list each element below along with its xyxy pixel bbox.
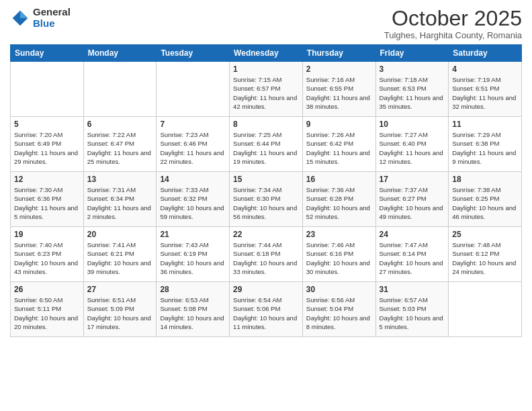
day-info: Sunrise: 6:56 AMSunset: 5:04 PMDaylight:… — [306, 295, 372, 331]
day-info: Sunrise: 7:27 AMSunset: 6:40 PMDaylight:… — [380, 130, 445, 166]
day-info: Sunrise: 7:31 AMSunset: 6:34 PMDaylight:… — [87, 185, 153, 221]
day-cell: 14Sunrise: 7:33 AMSunset: 6:32 PMDayligh… — [157, 172, 230, 227]
logo: General Blue — [10, 7, 71, 29]
day-cell — [83, 62, 157, 117]
day-cell: 5Sunrise: 7:20 AMSunset: 6:49 PMDaylight… — [11, 117, 84, 172]
day-cell: 23Sunrise: 7:46 AMSunset: 6:16 PMDayligh… — [302, 227, 375, 282]
day-cell: 10Sunrise: 7:27 AMSunset: 6:40 PMDayligh… — [375, 117, 449, 172]
calendar-body: 1Sunrise: 7:15 AMSunset: 6:57 PMDaylight… — [11, 62, 522, 337]
day-cell: 7Sunrise: 7:23 AMSunset: 6:46 PMDaylight… — [157, 117, 230, 172]
day-cell: 20Sunrise: 7:41 AMSunset: 6:21 PMDayligh… — [83, 227, 157, 282]
day-cell: 1Sunrise: 7:15 AMSunset: 6:57 PMDaylight… — [230, 62, 303, 117]
day-header-friday: Friday — [375, 45, 449, 62]
day-number: 5 — [14, 120, 80, 129]
day-number: 1 — [233, 64, 299, 74]
day-cell: 8Sunrise: 7:25 AMSunset: 6:44 PMDaylight… — [230, 117, 303, 172]
day-info: Sunrise: 6:57 AMSunset: 5:03 PMDaylight:… — [380, 295, 445, 331]
day-info: Sunrise: 7:19 AMSunset: 6:51 PMDaylight:… — [452, 75, 518, 111]
day-info: Sunrise: 7:18 AMSunset: 6:53 PMDaylight:… — [380, 75, 445, 111]
day-number: 27 — [87, 285, 153, 294]
day-header-monday: Monday — [83, 45, 157, 62]
day-info: Sunrise: 7:16 AMSunset: 6:55 PMDaylight:… — [306, 75, 372, 111]
day-cell: 11Sunrise: 7:29 AMSunset: 6:38 PMDayligh… — [449, 117, 522, 172]
day-number: 21 — [160, 230, 226, 239]
day-cell: 13Sunrise: 7:31 AMSunset: 6:34 PMDayligh… — [83, 172, 157, 227]
day-header-saturday: Saturday — [449, 45, 522, 62]
day-info: Sunrise: 7:26 AMSunset: 6:42 PMDaylight:… — [306, 130, 372, 166]
day-number: 12 — [14, 175, 80, 184]
day-number: 4 — [452, 64, 518, 74]
month-title: October 2025 — [384, 7, 522, 30]
day-cell: 25Sunrise: 7:48 AMSunset: 6:12 PMDayligh… — [449, 227, 522, 282]
week-row-1: 1Sunrise: 7:15 AMSunset: 6:57 PMDaylight… — [11, 62, 522, 117]
day-info: Sunrise: 7:44 AMSunset: 6:18 PMDaylight:… — [233, 240, 299, 276]
day-header-wednesday: Wednesday — [230, 45, 303, 62]
week-row-4: 19Sunrise: 7:40 AMSunset: 6:23 PMDayligh… — [11, 227, 522, 282]
location-subtitle: Tulghes, Harghita County, Romania — [384, 30, 522, 40]
page-container: General Blue October 2025 Tulghes, Hargh… — [0, 0, 532, 411]
day-cell: 26Sunrise: 6:50 AMSunset: 5:11 PMDayligh… — [11, 282, 84, 337]
day-cell: 16Sunrise: 7:36 AMSunset: 6:28 PMDayligh… — [302, 172, 375, 227]
calendar-header: SundayMondayTuesdayWednesdayThursdayFrid… — [11, 45, 522, 62]
logo-general-text: General — [33, 7, 71, 18]
day-cell — [157, 62, 230, 117]
title-block: October 2025 Tulghes, Harghita County, R… — [384, 7, 522, 40]
day-header-tuesday: Tuesday — [157, 45, 230, 62]
day-number: 9 — [306, 120, 372, 129]
logo-blue-text: Blue — [33, 18, 71, 30]
day-info: Sunrise: 7:30 AMSunset: 6:36 PMDaylight:… — [14, 185, 80, 221]
day-number: 7 — [160, 120, 226, 129]
day-header-thursday: Thursday — [302, 45, 375, 62]
day-number: 22 — [233, 230, 299, 239]
day-info: Sunrise: 7:23 AMSunset: 6:46 PMDaylight:… — [160, 130, 226, 166]
day-info: Sunrise: 7:22 AMSunset: 6:47 PMDaylight:… — [87, 130, 153, 166]
week-row-5: 26Sunrise: 6:50 AMSunset: 5:11 PMDayligh… — [11, 282, 522, 337]
day-number: 26 — [14, 285, 80, 294]
day-info: Sunrise: 7:36 AMSunset: 6:28 PMDaylight:… — [306, 185, 372, 221]
day-info: Sunrise: 7:47 AMSunset: 6:14 PMDaylight:… — [380, 240, 445, 276]
day-number: 20 — [87, 230, 153, 239]
day-cell: 19Sunrise: 7:40 AMSunset: 6:23 PMDayligh… — [11, 227, 84, 282]
day-cell: 24Sunrise: 7:47 AMSunset: 6:14 PMDayligh… — [375, 227, 449, 282]
day-number: 10 — [380, 120, 445, 129]
day-number: 6 — [87, 120, 153, 129]
logo-icon — [10, 8, 30, 28]
day-info: Sunrise: 7:38 AMSunset: 6:25 PMDaylight:… — [452, 185, 518, 221]
day-number: 3 — [380, 64, 445, 74]
day-info: Sunrise: 7:29 AMSunset: 6:38 PMDaylight:… — [452, 130, 518, 166]
day-cell — [11, 62, 84, 117]
week-row-3: 12Sunrise: 7:30 AMSunset: 6:36 PMDayligh… — [11, 172, 522, 227]
day-number: 30 — [306, 285, 372, 294]
day-cell: 15Sunrise: 7:34 AMSunset: 6:30 PMDayligh… — [230, 172, 303, 227]
day-number: 28 — [160, 285, 226, 294]
day-info: Sunrise: 7:40 AMSunset: 6:23 PMDaylight:… — [14, 240, 80, 276]
day-number: 8 — [233, 120, 299, 129]
day-number: 18 — [452, 175, 518, 184]
header-row: SundayMondayTuesdayWednesdayThursdayFrid… — [11, 45, 522, 62]
day-number: 25 — [452, 230, 518, 239]
logo-text: General Blue — [33, 7, 71, 29]
day-cell: 21Sunrise: 7:43 AMSunset: 6:19 PMDayligh… — [157, 227, 230, 282]
header: General Blue October 2025 Tulghes, Hargh… — [10, 7, 522, 40]
day-cell — [449, 282, 522, 337]
day-cell: 18Sunrise: 7:38 AMSunset: 6:25 PMDayligh… — [449, 172, 522, 227]
day-number: 11 — [452, 120, 518, 129]
day-info: Sunrise: 6:50 AMSunset: 5:11 PMDaylight:… — [14, 295, 80, 331]
day-info: Sunrise: 7:41 AMSunset: 6:21 PMDaylight:… — [87, 240, 153, 276]
day-number: 16 — [306, 175, 372, 184]
day-info: Sunrise: 6:53 AMSunset: 5:08 PMDaylight:… — [160, 295, 226, 331]
day-cell: 28Sunrise: 6:53 AMSunset: 5:08 PMDayligh… — [157, 282, 230, 337]
day-cell: 3Sunrise: 7:18 AMSunset: 6:53 PMDaylight… — [375, 62, 449, 117]
day-cell: 4Sunrise: 7:19 AMSunset: 6:51 PMDaylight… — [449, 62, 522, 117]
day-number: 31 — [380, 285, 445, 294]
day-number: 13 — [87, 175, 153, 184]
day-number: 23 — [306, 230, 372, 239]
day-cell: 22Sunrise: 7:44 AMSunset: 6:18 PMDayligh… — [230, 227, 303, 282]
day-cell: 17Sunrise: 7:37 AMSunset: 6:27 PMDayligh… — [375, 172, 449, 227]
day-info: Sunrise: 7:20 AMSunset: 6:49 PMDaylight:… — [14, 130, 80, 166]
day-number: 24 — [380, 230, 445, 239]
day-number: 2 — [306, 64, 372, 74]
day-number: 14 — [160, 175, 226, 184]
day-number: 15 — [233, 175, 299, 184]
day-number: 29 — [233, 285, 299, 294]
